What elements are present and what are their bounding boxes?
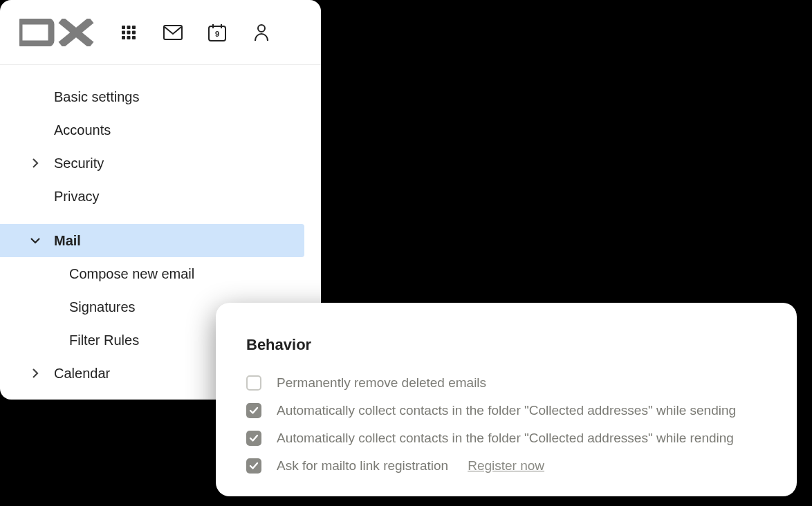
svg-rect-3	[122, 26, 125, 29]
svg-rect-11	[132, 36, 136, 39]
svg-rect-4	[127, 26, 131, 29]
svg-rect-6	[122, 30, 125, 34]
sidebar-item-label: Privacy	[54, 189, 100, 205]
sidebar-item-label: Security	[54, 156, 104, 171]
sidebar-item-label: Calendar	[54, 366, 110, 382]
sidebar-item-mail[interactable]: Mail	[0, 224, 304, 257]
sidebar-item-accounts[interactable]: Accounts	[0, 113, 321, 147]
chevron-down-icon	[28, 236, 43, 245]
checkbox[interactable]	[246, 458, 261, 474]
behavior-option-collect-sending: Automatically collect contacts in the fo…	[246, 397, 766, 424]
profile-icon[interactable]	[252, 23, 271, 42]
svg-rect-8	[132, 30, 136, 34]
sidebar-item-label: Filter Rules	[69, 332, 139, 348]
sidebar-item-basic-settings[interactable]: Basic settings	[0, 80, 321, 113]
behavior-section-title: Behavior	[246, 336, 766, 354]
behavior-panel: Behavior Permanently remove deleted emai…	[216, 303, 797, 496]
behavior-option-permanently-remove: Permanently remove deleted emails	[246, 369, 766, 397]
svg-rect-12	[164, 26, 182, 39]
behavior-option-label: Automatically collect contacts in the fo…	[277, 403, 736, 418]
apps-grid-icon[interactable]	[119, 23, 138, 42]
behavior-option-collect-rending: Automatically collect contacts in the fo…	[246, 424, 766, 452]
sidebar-item-label: Mail	[54, 233, 81, 249]
sidebar-item-label: Accounts	[54, 122, 111, 138]
topbar: 9	[0, 0, 321, 65]
chevron-right-icon	[28, 158, 43, 168]
behavior-option-mailto-registration: Ask for mailto link registration Registe…	[246, 452, 766, 480]
behavior-option-label: Permanently remove deleted emails	[277, 375, 486, 391]
behavior-option-label: Automatically collect contacts in the fo…	[277, 431, 734, 446]
sidebar-item-security[interactable]: Security	[0, 147, 321, 180]
register-now-link[interactable]: Register now	[468, 458, 544, 474]
mail-icon[interactable]	[163, 23, 183, 42]
sidebar-item-privacy[interactable]: Privacy	[0, 180, 321, 213]
svg-point-16	[258, 25, 265, 32]
sidebar-item-label: Compose new email	[69, 266, 194, 282]
checkbox[interactable]	[246, 403, 261, 418]
calendar-day-number: 9	[207, 30, 227, 38]
svg-rect-7	[127, 30, 131, 34]
svg-rect-0	[19, 21, 51, 44]
checkbox[interactable]	[246, 375, 261, 391]
sidebar-item-compose-new-email[interactable]: Compose new email	[0, 257, 321, 290]
svg-rect-9	[122, 36, 125, 39]
behavior-option-label: Ask for mailto link registration	[277, 458, 448, 474]
svg-rect-5	[132, 26, 136, 29]
svg-rect-10	[127, 36, 131, 39]
checkbox[interactable]	[246, 431, 261, 446]
sidebar-item-label: Signatures	[69, 299, 136, 315]
calendar-icon[interactable]: 9	[207, 23, 227, 42]
sidebar-item-label: Basic settings	[54, 89, 139, 105]
chevron-right-icon	[28, 368, 43, 378]
ox-logo	[19, 19, 94, 46]
